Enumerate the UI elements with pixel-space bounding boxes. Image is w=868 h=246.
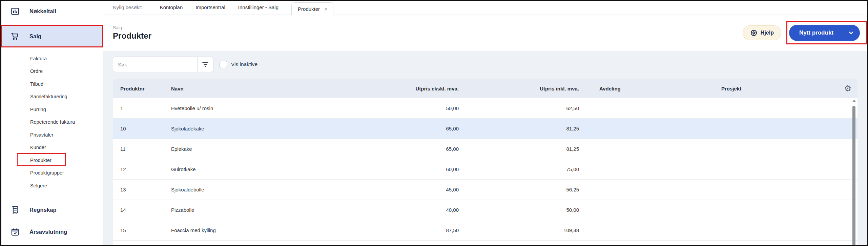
- cell-navn: Sjokoladekake: [171, 126, 394, 131]
- column-header-produktnr[interactable]: Produktnr: [120, 86, 171, 91]
- cell-produktnr: 14: [120, 207, 171, 213]
- cell-utpris-ekskl: 50,00: [394, 105, 459, 111]
- toolbar: Vis inaktive: [113, 57, 857, 72]
- sidebar-item-kunder[interactable]: Kunder: [1, 141, 103, 154]
- cell-produktnr: 10: [120, 126, 171, 131]
- column-header-avdeling[interactable]: Avdeling: [579, 86, 711, 91]
- table-row-highlighted[interactable]: 10 Sjokoladekake 65,00 81,25: [113, 118, 857, 139]
- cell-utpris-ekskl: 60,00: [394, 166, 459, 172]
- sidebar-item-label: Regnskap: [29, 207, 57, 213]
- cell-produktnr: 1: [120, 105, 171, 111]
- table-row[interactable]: 14 Pizzabolle 40,00 50,00: [113, 200, 857, 220]
- gear-icon[interactable]: ⚙: [813, 84, 853, 93]
- sidebar-item-produktgrupper[interactable]: Produktgrupper: [1, 167, 103, 180]
- cell-utpris-inkl: 81,25: [459, 126, 579, 131]
- page-header-titles: Salg Produkter: [113, 25, 151, 41]
- close-icon[interactable]: ×: [324, 6, 328, 12]
- cell-utpris-inkl: 50,00: [459, 207, 579, 213]
- page-title: Produkter: [113, 31, 151, 41]
- products-table: Produktnr Navn Utpris ekskl. mva. Utpris…: [113, 79, 857, 246]
- table-row[interactable]: 15 Foaccia med kylling 87,50 109,38: [113, 220, 857, 240]
- table-row[interactable]: 13 Sjokoaldebolle 45,00 56,25: [113, 179, 857, 200]
- chevron-down-icon: [848, 29, 854, 36]
- sidebar-item-regnskap[interactable]: Regnskap: [1, 202, 103, 219]
- app-window: Nøkkeltall Salg Faktura Ordre Tilbud Sam…: [0, 0, 868, 246]
- cell-produktnr: 11: [120, 146, 171, 152]
- sidebar-item-samlefakturering[interactable]: Samlefakturering: [1, 90, 103, 103]
- column-header-utpris-ekskl[interactable]: Utpris ekskl. mva.: [394, 86, 459, 91]
- cell-navn: Pizzabolle: [171, 207, 394, 213]
- new-product-button[interactable]: Nytt produkt: [789, 25, 842, 41]
- filter-button[interactable]: [198, 57, 213, 72]
- help-lifebuoy-icon: [750, 29, 758, 37]
- column-header-utpris-inkl[interactable]: Utpris inkl. mva.: [459, 86, 579, 91]
- sidebar-item-ordre[interactable]: Ordre: [1, 65, 103, 78]
- new-product-dropdown-button[interactable]: [842, 25, 860, 41]
- sidebar-item-repeterende-faktura[interactable]: Repeterende faktura: [1, 116, 103, 129]
- show-inactive-control: Vis inaktive: [220, 61, 257, 68]
- bar-chart-icon: [11, 7, 20, 16]
- shopping-cart-icon: [11, 32, 20, 41]
- search-group: [113, 57, 213, 72]
- new-product-split-button: Nytt produkt: [789, 25, 860, 41]
- sidebar-item-salg[interactable]: Salg: [1, 25, 103, 47]
- cell-produktnr: 15: [120, 227, 171, 233]
- tab-produkter-active[interactable]: Produkter ×: [291, 2, 333, 15]
- calendar-check-icon: [11, 227, 20, 237]
- cell-navn: Foaccia med kylling: [171, 227, 394, 233]
- table-row[interactable]: 12 Gulrotkake 60,00 75,00: [113, 159, 857, 179]
- tab-label: Produkter: [298, 6, 320, 12]
- sidebar-item-label: Nøkkeltall: [29, 8, 56, 15]
- cell-produktnr: 12: [120, 166, 171, 172]
- table-header-row: Produktnr Navn Utpris ekskl. mva. Utpris…: [113, 79, 857, 98]
- sidebar-item-nokkeltall[interactable]: Nøkkeltall: [1, 3, 103, 20]
- help-button-label: Hjelp: [761, 30, 774, 36]
- cell-utpris-inkl: 109,38: [459, 227, 579, 233]
- content-area: Vis inaktive Produktnr Navn Utpris ekskl…: [103, 51, 868, 246]
- header-actions: Hjelp Nytt produkt: [743, 25, 860, 41]
- main-area: Nylig besøkt: Kontoplan Importsentral In…: [103, 0, 868, 246]
- scrollbar-thumb[interactable]: [852, 106, 855, 246]
- cell-utpris-ekskl: 45,00: [394, 187, 459, 192]
- cell-navn: Hvetebolle u/ rosin: [171, 105, 394, 111]
- show-inactive-checkbox[interactable]: [220, 61, 227, 68]
- tab-importsentral[interactable]: Importsentral: [195, 4, 225, 10]
- sidebar-item-tilbud[interactable]: Tilbud: [1, 78, 103, 90]
- sidebar-item-produkter[interactable]: Produkter: [1, 154, 103, 167]
- table-body: 1 Hvetebolle u/ rosin 50,00 62,50 10 Sjo…: [113, 98, 857, 246]
- table-row[interactable]: 11 Eplekake 65,00 81,25: [113, 139, 857, 159]
- cell-utpris-ekskl: 87,50: [394, 227, 459, 233]
- table-row-partial[interactable]: [113, 240, 857, 246]
- journal-icon: [11, 205, 20, 214]
- sidebar-item-selgere[interactable]: Selgere: [1, 179, 103, 192]
- cell-utpris-inkl: 81,25: [459, 146, 579, 152]
- search-input[interactable]: [113, 57, 198, 72]
- help-button[interactable]: Hjelp: [743, 25, 781, 40]
- recent-tabs-bar: Nylig besøkt: Kontoplan Importsentral In…: [103, 0, 868, 15]
- sidebar-item-label: Salg: [29, 33, 41, 40]
- column-header-prosjekt[interactable]: Prosjekt: [711, 86, 813, 91]
- cell-produktnr: 13: [120, 187, 171, 192]
- filter-icon: [202, 62, 208, 67]
- table-row[interactable]: 1 Hvetebolle u/ rosin 50,00 62,50: [113, 98, 857, 118]
- breadcrumb: Salg: [113, 25, 151, 30]
- sidebar-salg-submenu: Faktura Ordre Tilbud Samlefakturering Pu…: [1, 52, 103, 192]
- recent-label: Nylig besøkt:: [113, 4, 142, 10]
- sidebar-item-purring[interactable]: Purring: [1, 103, 103, 116]
- cell-navn: Sjokoaldebolle: [171, 187, 394, 192]
- table-scrollbar[interactable]: [852, 100, 856, 246]
- sidebar-item-faktura[interactable]: Faktura: [1, 52, 103, 65]
- sidebar-item-arsavslutning[interactable]: Årsavslutning: [1, 224, 103, 241]
- cell-navn: Eplekake: [171, 146, 394, 152]
- cell-utpris-ekskl: 40,00: [394, 207, 459, 213]
- column-header-navn[interactable]: Navn: [171, 86, 394, 91]
- sidebar-item-label: Årsavslutning: [29, 229, 67, 235]
- sidebar: Nøkkeltall Salg Faktura Ordre Tilbud Sam…: [1, 0, 103, 246]
- cell-utpris-inkl: 56,25: [459, 187, 579, 192]
- cell-navn: Gulrotkake: [171, 166, 394, 172]
- tab-kontoplan[interactable]: Kontoplan: [160, 4, 183, 10]
- scrollbar-up-arrow-icon[interactable]: [852, 100, 856, 102]
- tab-innstillinger-salg[interactable]: Innstillinger - Salg: [238, 4, 278, 10]
- cell-utpris-inkl: 62,50: [459, 105, 579, 111]
- sidebar-item-prisavtaler[interactable]: Prisavtaler: [1, 128, 103, 141]
